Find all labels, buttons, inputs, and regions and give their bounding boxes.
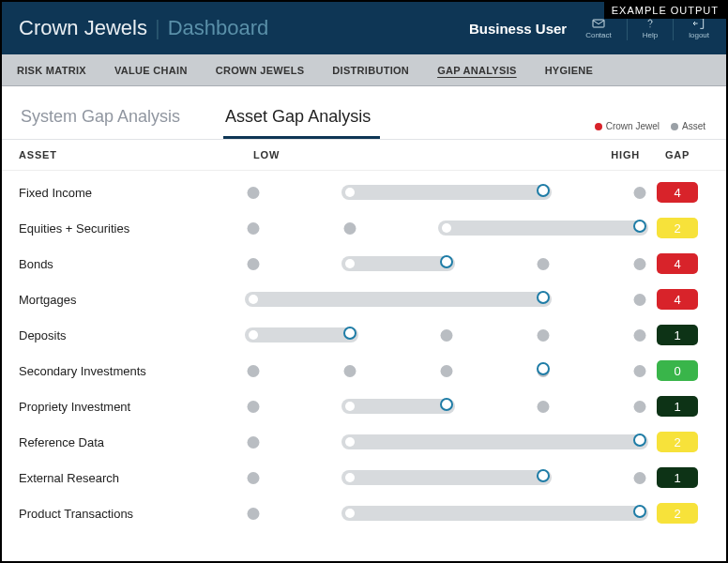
range-end-knob[interactable]: [633, 505, 646, 518]
gap-slider[interactable]: [253, 185, 640, 200]
range-start-knob[interactable]: [345, 259, 355, 268]
icon-label: logout: [689, 31, 709, 39]
scale-tick: [538, 258, 550, 270]
range-start-knob[interactable]: [249, 330, 258, 340]
scale-tick: [248, 365, 260, 377]
gap-badge: 2: [657, 432, 698, 452]
gap-badge: 2: [657, 218, 698, 238]
gap-badge: 4: [657, 289, 698, 310]
user-role-label: Business User: [469, 21, 567, 37]
range-start-knob[interactable]: [345, 437, 355, 447]
asset-row: Secondary Investments0: [19, 353, 705, 388]
app-title: Crown Jewels: [19, 16, 147, 40]
nav-item-value-chain[interactable]: VALUE CHAIN: [113, 61, 190, 80]
col-low-header: LOW: [253, 149, 280, 160]
range-end-knob[interactable]: [343, 327, 356, 340]
range-end-knob[interactable]: [537, 291, 550, 304]
gap-slider[interactable]: [253, 399, 640, 414]
range-bar: [341, 470, 552, 485]
col-gap-header: GAP: [649, 149, 705, 160]
scale-tick: [441, 365, 453, 377]
svg-rect-0: [593, 20, 604, 27]
range-start-knob[interactable]: [345, 402, 355, 411]
scale-tick: [634, 365, 646, 377]
gap-slider[interactable]: [253, 221, 640, 236]
scale-tick: [344, 222, 356, 235]
range-start-knob[interactable]: [442, 223, 451, 233]
range-start-knob[interactable]: [345, 509, 355, 518]
asset-name: Equities + Securities: [19, 221, 253, 236]
gap-cell: 2: [649, 503, 705, 524]
subtab-system-gap-analysis[interactable]: System Gap Analysis: [19, 99, 190, 139]
nav-item-distribution[interactable]: DISTRIBUTION: [330, 61, 411, 80]
scale-tick: [634, 472, 646, 484]
gap-slider[interactable]: [253, 327, 640, 342]
asset-name: Fixed Income: [19, 186, 253, 200]
sub-tabs: System Gap AnalysisAsset Gap Analysis Cr…: [2, 86, 726, 140]
range-bar: [341, 434, 648, 449]
gap-slider[interactable]: [253, 292, 640, 307]
range-bar: [245, 292, 552, 307]
gap-badge: 0: [657, 360, 698, 381]
asset-row: Equities + Securities2: [19, 210, 705, 246]
gap-cell: 1: [649, 396, 705, 417]
contact-button[interactable]: Contact: [585, 16, 612, 39]
gap-slider[interactable]: [253, 256, 640, 271]
asset-row: Deposits1: [19, 317, 705, 353]
range-start-knob[interactable]: [249, 295, 258, 304]
asset-name: Reference Data: [19, 435, 253, 449]
scale-tick: [248, 187, 260, 199]
range-end-knob[interactable]: [633, 220, 646, 233]
nav-item-crown-jewels[interactable]: CROWN JEWELS: [214, 61, 307, 80]
asset-row: Propriety Investment1: [19, 388, 705, 424]
separator: [673, 16, 674, 40]
asset-name: Product Transactions: [19, 507, 253, 521]
scale-tick: [634, 258, 646, 270]
legend-crown-jewel: Crown Jewel: [595, 121, 660, 131]
nav-item-risk-matrix[interactable]: RISK MATRIX: [15, 61, 88, 80]
scale-tick: [248, 222, 260, 235]
help-button[interactable]: Help: [643, 16, 658, 39]
scale-tick: [538, 329, 550, 342]
range-end-knob[interactable]: [537, 184, 550, 197]
scale-tick: [344, 365, 356, 377]
logout-button[interactable]: logout: [689, 16, 709, 39]
gap-cell: 2: [649, 218, 705, 238]
range-start-knob[interactable]: [345, 188, 355, 197]
asset-row: Fixed Income4: [19, 175, 705, 210]
nav-item-hygiene[interactable]: HYGIENE: [543, 61, 596, 80]
separator: [627, 16, 628, 40]
column-headers: ASSET LOW HIGH GAP: [2, 140, 726, 171]
gap-cell: 2: [649, 432, 705, 452]
asset-name: Propriety Investment: [19, 400, 253, 414]
asset-rows: Fixed Income4Equities + Securities2Bonds…: [2, 171, 726, 535]
asset-row: External Research1: [19, 460, 705, 495]
scale-tick: [538, 401, 550, 413]
legend-asset: Asset: [671, 121, 705, 131]
scale-tick: [248, 401, 260, 413]
range-start-knob[interactable]: [345, 473, 355, 482]
range-bar: [341, 506, 648, 521]
gap-badge: 2: [657, 503, 698, 524]
range-end-knob[interactable]: [440, 398, 453, 411]
scale-tick: [248, 258, 260, 270]
scale-tick: [634, 294, 646, 306]
gap-slider[interactable]: [253, 363, 640, 378]
gap-badge: 4: [657, 182, 698, 203]
scale-tick: [248, 436, 260, 449]
range-end-knob[interactable]: [633, 434, 646, 447]
gap-slider[interactable]: [253, 470, 640, 485]
asset-name: Secondary Investments: [19, 364, 253, 378]
nav-item-gap-analysis[interactable]: GAP ANALYSIS: [435, 61, 519, 80]
range-end-knob[interactable]: [537, 469, 550, 482]
asset-name: Deposits: [19, 328, 253, 342]
gap-slider[interactable]: [253, 506, 640, 521]
range-bar: [438, 221, 648, 236]
subtab-asset-gap-analysis[interactable]: Asset Gap Analysis: [223, 99, 380, 139]
range-end-knob[interactable]: [537, 362, 550, 375]
icon-label: Help: [643, 31, 658, 39]
range-end-knob[interactable]: [440, 255, 453, 268]
gap-slider[interactable]: [253, 434, 640, 449]
page-title: Dashboard: [168, 16, 269, 40]
asset-name: Bonds: [19, 257, 253, 271]
